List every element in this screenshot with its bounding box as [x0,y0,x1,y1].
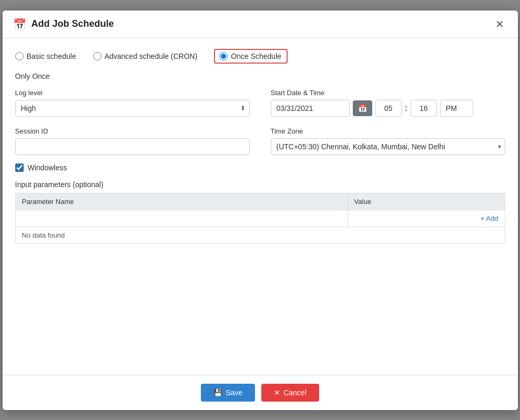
minute-input[interactable] [411,100,437,117]
basic-schedule-label: Basic schedule [27,52,76,60]
time-separator: : [405,104,407,113]
hour-input[interactable] [375,100,402,117]
params-add-cell: + Add [348,210,505,227]
save-button[interactable]: 💾 Save [201,384,255,402]
once-schedule-radio[interactable] [219,52,228,60]
once-schedule-label: Once Schedule [231,52,281,60]
cancel-button[interactable]: ✕ Cancel [261,384,319,402]
windowless-label[interactable]: Windowless [28,163,67,172]
once-schedule-option[interactable]: Once Schedule [219,52,281,60]
params-no-data-row: No data found [15,227,505,243]
close-button[interactable]: ✕ [492,18,507,30]
calendar-button[interactable]: 📅 [353,100,372,116]
params-name-input-cell [15,210,348,227]
timezone-select-wrapper: (UTC+05:30) Chennai, Kolkata, Mumbai, Ne… [271,138,505,155]
save-icon: 💾 [213,388,222,397]
timezone-field: Time Zone (UTC+05:30) Chennai, Kolkata, … [271,127,505,155]
log-level-select-wrapper: Low Medium High Critical ⬍ [15,100,250,117]
cancel-icon: ✕ [274,388,280,397]
log-level-select[interactable]: Low Medium High Critical [15,100,250,117]
session-id-field: Session ID [15,127,250,155]
save-label: Save [226,388,242,397]
once-schedule-wrapper: Once Schedule [214,49,288,64]
timezone-select[interactable]: (UTC+05:30) Chennai, Kolkata, Mumbai, Ne… [271,138,505,155]
schedule-type-row: Basic schedule Advanced schedule (CRON) … [15,49,505,64]
date-input[interactable] [271,100,350,117]
ampm-select-wrapper: AM PM [440,100,473,117]
calendar-icon: 📅 [13,18,26,30]
log-level-label: Log level [15,89,250,97]
start-datetime-label: Start Date & Time [271,89,505,97]
dialog-header: 📅 Add Job Schedule ✕ [3,11,518,38]
timezone-label: Time Zone [271,127,505,135]
start-datetime-field: Start Date & Time 📅 : AM PM [271,89,505,117]
log-level-field: Log level Low Medium High Critical ⬍ [15,89,250,117]
only-once-label: Only Once [15,72,505,80]
dialog-footer: 💾 Save ✕ Cancel [3,375,518,410]
basic-schedule-option[interactable]: Basic schedule [15,52,76,60]
input-params-table: Parameter Name Value + Add [15,193,505,244]
ampm-select[interactable]: AM PM [440,100,473,117]
windowless-checkbox[interactable] [15,163,24,172]
dialog-body: Basic schedule Advanced schedule (CRON) … [3,38,518,375]
advanced-schedule-radio[interactable] [93,52,101,60]
add-job-schedule-dialog: 📅 Add Job Schedule ✕ Basic schedule Adva… [3,11,518,410]
session-id-label: Session ID [15,127,250,135]
basic-schedule-radio[interactable] [15,52,24,60]
input-params-label: Input parameters (optional) [15,180,505,189]
params-table-header-row: Parameter Name Value [15,193,505,210]
advanced-schedule-label: Advanced schedule (CRON) [105,52,198,60]
param-name-header: Parameter Name [15,193,348,210]
param-value-header: Value [348,193,505,210]
no-data-text: No data found [22,231,65,239]
cancel-label: Cancel [283,388,307,397]
params-add-row: + Add [15,210,505,227]
add-parameter-button[interactable]: + Add [481,214,498,222]
session-id-input[interactable] [15,138,250,155]
params-no-data-cell: No data found [15,227,505,243]
windowless-row: Windowless [15,163,505,172]
dialog-title-text: Add Job Schedule [32,18,114,29]
dialog-title: 📅 Add Job Schedule [13,18,114,30]
input-parameters-section: Input parameters (optional) Parameter Na… [15,180,505,244]
datetime-row: 📅 : AM PM [271,100,505,117]
form-grid: Log level Low Medium High Critical ⬍ Sta… [15,89,505,155]
advanced-schedule-option[interactable]: Advanced schedule (CRON) [93,52,198,60]
